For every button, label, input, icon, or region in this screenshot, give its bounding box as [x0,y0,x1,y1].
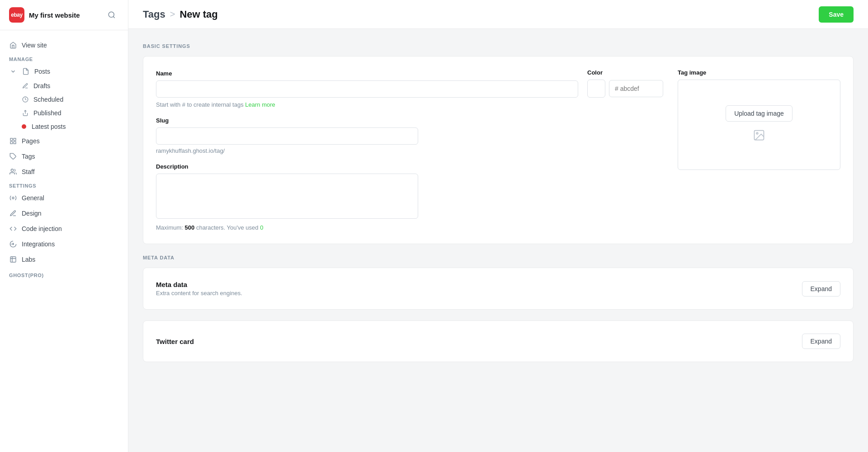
design-icon [9,209,17,217]
staff-icon [9,168,17,176]
breadcrumb: Tags > New tag [143,9,218,20]
sidebar-header: ebay My first website [0,0,128,30]
svg-point-13 [756,132,758,134]
brand-area: ebay My first website [9,7,80,23]
slug-label: Slug [156,117,663,124]
slug-area: Slug ramykhuffash.ghost.io/tag/ [156,117,663,154]
meta-data-label: META DATA [143,255,854,260]
upload-placeholder-icon [753,129,765,145]
brand-logo: ebay [9,7,24,23]
twitter-card-info: Twitter card [156,338,194,345]
meta-data-card: Meta data Extra content for search engin… [143,268,854,310]
meta-data-subtitle: Extra content for search engines. [156,290,242,297]
svg-rect-4 [10,138,13,141]
sidebar-item-design[interactable]: Design [0,206,128,221]
twitter-card-row: Twitter card Expand [156,334,840,349]
published-icon [22,109,29,117]
description-label: Description [156,163,663,170]
sidebar-item-view-site[interactable]: View site [0,38,128,53]
twitter-card-card: Twitter card Expand [143,320,854,362]
sidebar-nav: View site MANAGE Posts Drafts [0,30,128,452]
name-label: Name [156,70,578,77]
svg-point-0 [108,12,114,17]
manage-label: MANAGE [0,53,128,64]
posts-icon [22,67,30,75]
sidebar-item-tags[interactable]: Tags [0,149,128,164]
sidebar-item-posts[interactable]: Posts [0,64,128,79]
svg-point-9 [11,169,13,171]
color-label: Color [587,69,663,76]
twitter-card-expand-button[interactable]: Expand [802,334,840,349]
save-button[interactable]: Save [819,6,854,23]
char-count: Maximum: 500 characters. You've used 0 [156,224,663,231]
breadcrumb-tags: Tags [143,9,165,20]
tag-image-area: Tag image Upload tag image [678,69,840,170]
color-field-area: Color [587,69,663,98]
meta-data-row: Meta data Extra content for search engin… [156,281,840,297]
sidebar-item-drafts[interactable]: Drafts [0,79,128,93]
basic-settings-card: Name Color Start with # to create [143,56,854,244]
ghost-pro-label: GHOST(PRO) [0,267,128,280]
scheduled-icon [22,96,29,103]
sidebar-item-general[interactable]: General [0,190,128,206]
sidebar-item-integrations[interactable]: Integrations [0,236,128,252]
posts-chevron-icon [9,67,17,75]
svg-rect-7 [10,141,13,144]
sidebar-item-staff[interactable]: Staff [0,164,128,179]
pages-icon [9,137,17,145]
tag-hint-text: Start with # to create internal tags Lea… [156,101,663,108]
sidebar-item-latest-posts[interactable]: Latest posts [0,120,128,133]
sidebar-item-labs[interactable]: Labs [0,252,128,267]
general-icon [9,194,17,202]
name-field-area: Name [156,70,578,98]
sidebar-item-scheduled[interactable]: Scheduled [0,93,128,106]
settings-label: SETTINGS [0,179,128,190]
description-input[interactable] [156,174,418,219]
meta-data-title: Meta data [156,281,242,288]
tags-icon [9,152,17,160]
labs-icon [9,255,17,264]
breadcrumb-current-page: New tag [179,9,217,20]
upload-tag-image-button[interactable]: Upload tag image [726,105,793,122]
tag-image-label: Tag image [678,69,840,76]
svg-line-1 [113,16,114,18]
slug-hint: ramykhuffash.ghost.io/tag/ [156,147,663,154]
tag-image-dropzone: Upload tag image [678,80,840,170]
slug-input[interactable] [156,127,418,145]
home-icon [9,41,17,49]
learn-more-link[interactable]: Learn more [245,101,275,108]
color-swatch[interactable] [587,80,605,98]
search-button[interactable] [104,8,119,22]
basic-settings-label: BASIC SETTINGS [143,43,854,49]
topbar: Tags > New tag Save [128,0,868,29]
integrations-icon [9,240,17,248]
latest-dot [22,124,26,129]
sidebar-item-pages[interactable]: Pages [0,133,128,149]
svg-rect-5 [14,138,16,141]
svg-rect-6 [14,141,16,144]
description-area: Description Maximum: 500 characters. You… [156,163,663,231]
drafts-icon [22,82,29,89]
sidebar: ebay My first website View site MANAGE [0,0,128,452]
main-content: Tags > New tag Save BASIC SETTINGS Name [128,0,868,452]
color-input[interactable] [609,80,663,97]
sidebar-item-published[interactable]: Published [0,106,128,120]
code-icon [9,225,17,233]
page-content: BASIC SETTINGS Name Color [128,29,868,452]
svg-point-10 [12,197,14,199]
meta-data-info: Meta data Extra content for search engin… [156,281,242,297]
meta-data-expand-button[interactable]: Expand [802,281,840,297]
sidebar-item-code-injection[interactable]: Code injection [0,221,128,236]
site-name: My first website [29,11,80,19]
twitter-card-title: Twitter card [156,338,194,345]
breadcrumb-separator: > [170,9,175,19]
name-input[interactable] [156,80,578,98]
